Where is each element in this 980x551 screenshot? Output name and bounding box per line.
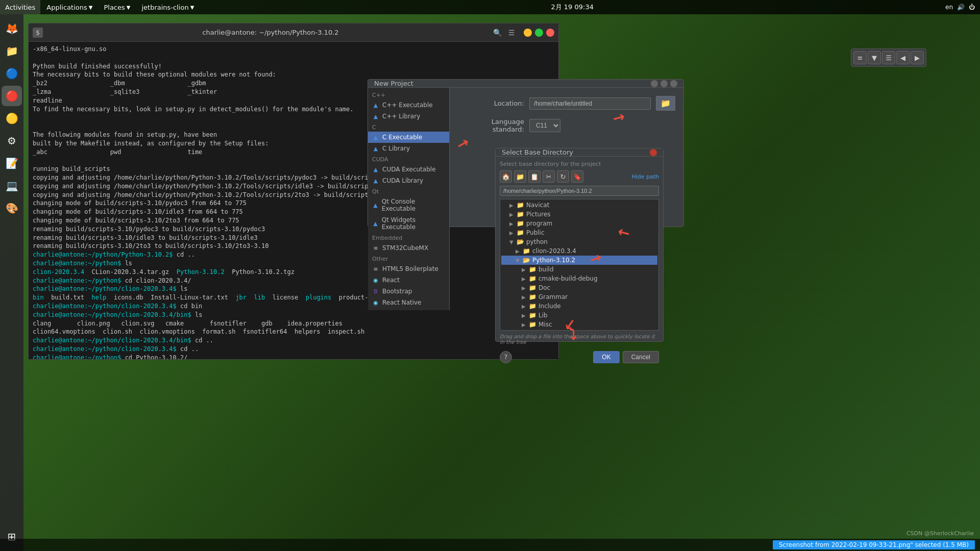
select-base-dir-toolbar: 🏠 📁 📋 ✂ ↻ 🔖 Hide path [500, 170, 659, 183]
project-type-react-native[interactable]: ◉ React Native [368, 297, 449, 308]
tree-item-misc[interactable]: ▶ 📁 Misc [501, 320, 657, 329]
applications-menu[interactable]: Applications ▼ [41, 0, 97, 14]
project-type-bootstrap[interactable]: B Bootstrap [368, 286, 449, 297]
desktop: Activities Applications ▼ Places ▼ jetbr… [0, 0, 980, 551]
terminal-search-btn[interactable]: 🔍 [493, 29, 501, 37]
power-icon[interactable]: ⏻ [969, 4, 975, 11]
tree-item-pictures[interactable]: ▶ 📁 Pictures [501, 210, 657, 219]
bootstrap-icon: B [372, 288, 379, 295]
activities-button[interactable]: Activities [0, 0, 40, 14]
new-project-minimize[interactable] [651, 80, 658, 87]
project-type-stm32[interactable]: ≡ STM32CubeMX [368, 242, 449, 254]
tree-item-cmake-debug[interactable]: ▶ 📁 cmake-build-debug [501, 274, 657, 283]
toolbar-next-btn[interactable]: ▶ [911, 51, 924, 64]
expand-icon: ▶ [522, 294, 527, 300]
location-browse-btn[interactable]: 📁 [656, 96, 675, 111]
tree-item-python310[interactable]: ▼ 📂 Python-3.10.2 [501, 256, 657, 265]
terminal-close[interactable] [546, 29, 554, 37]
toolbar-prev-btn[interactable]: ◀ [896, 51, 910, 64]
folder-icon: 📁 [529, 284, 536, 291]
project-type-cpp-executable[interactable]: ▲ C++ Executable [368, 99, 449, 111]
folder-icon: 📁 [529, 293, 536, 300]
toolbar-cut-btn[interactable]: ✂ [543, 170, 555, 183]
ok-button[interactable]: OK [593, 351, 619, 363]
location-row: Location: 📁 [458, 96, 675, 111]
sidebar-app6[interactable]: 🎨 [2, 198, 22, 218]
select-base-dir-close[interactable] [650, 149, 657, 156]
sidebar-app2[interactable]: 🔴 [2, 86, 22, 106]
places-menu[interactable]: Places ▼ [99, 0, 135, 14]
project-type-qt-widgets[interactable]: ▲ Qt Widgets Executable [368, 214, 449, 233]
sidebar-app4[interactable]: ⚙ [2, 131, 22, 151]
sidebar-app3[interactable]: 🟡 [2, 108, 22, 129]
toolbar-menu-btn[interactable]: ☰ [882, 51, 895, 64]
panel-date: 2月 19 09:34 [199, 3, 945, 12]
c-library-label: C Library [382, 145, 410, 152]
sidebar-firefox[interactable]: 🦊 [2, 18, 22, 39]
tree-item-python[interactable]: ▼ 📂 python [501, 237, 657, 246]
project-type-html5[interactable]: ≡ HTML5 Boilerplate [368, 263, 449, 274]
toolbar-list-btn[interactable]: ≡ [853, 51, 867, 64]
folder-icon: 📂 [517, 238, 524, 245]
terminal-menu-btn[interactable]: ☰ [508, 29, 517, 37]
toolbar-down-btn[interactable]: ▼ [868, 51, 881, 64]
group-other: Other [368, 254, 449, 263]
new-project-maximize[interactable] [660, 80, 668, 87]
cpp-executable-icon: ▲ [372, 102, 379, 109]
toolbar-copy-btn[interactable]: 📋 [528, 170, 541, 183]
tree-item-include[interactable]: ▶ 📁 Include [501, 302, 657, 311]
toolbar-bookmark-btn[interactable]: 🔖 [571, 170, 583, 183]
jetbrains-menu[interactable]: jetbrains-clion ▼ [136, 0, 199, 14]
tree-item-label: build [538, 266, 554, 273]
location-input[interactable] [529, 97, 651, 110]
sidebar-app5[interactable]: 📝 [2, 153, 22, 173]
tree-item-program[interactable]: ▶ 📁 program [501, 219, 657, 228]
folder-icon: 📁 [529, 266, 536, 273]
base-dir-path-input[interactable] [500, 186, 659, 196]
qt-console-label: Qt Console Executable [382, 198, 445, 212]
cancel-button[interactable]: Cancel [623, 351, 659, 363]
tree-item-doc[interactable]: ▶ 📁 Doc [501, 283, 657, 292]
cuda-executable-icon: ▲ [372, 166, 379, 173]
select-base-dir-subtitle: Select base directory for the project [500, 161, 659, 167]
project-type-cpp-library[interactable]: ▲ C++ Library [368, 111, 449, 122]
sidebar-terminal[interactable]: 💻 [2, 176, 22, 196]
tree-item-public[interactable]: ▶ 📁 Public [501, 228, 657, 237]
tree-item-grammar[interactable]: ▶ 📁 Grammar [501, 292, 657, 302]
sidebar-files[interactable]: 📁 [2, 41, 22, 61]
expand-icon: ▶ [522, 304, 527, 309]
toolbar-home-btn[interactable]: 🏠 [500, 170, 512, 183]
help-button[interactable]: ? [500, 351, 512, 363]
expand-icon: ▶ [522, 276, 527, 282]
project-type-c-executable[interactable]: ▲ C Executable [368, 132, 449, 143]
project-type-qt-console[interactable]: ▲ Qt Console Executable [368, 196, 449, 214]
tree-item-clion[interactable]: ▶ 📁 clion-2020.3.4 [501, 246, 657, 256]
react-label: React [382, 277, 400, 284]
expand-icon: ▶ [509, 221, 514, 227]
base-dir-buttons: ? OK Cancel [500, 348, 659, 363]
project-type-cuda-library[interactable]: ▲ CUDA Library [368, 175, 449, 186]
folder-icon: 📁 [523, 247, 530, 255]
location-label: Location: [458, 99, 524, 107]
terminal-minimize[interactable] [524, 29, 532, 37]
toolbar-refresh-btn[interactable]: ↻ [557, 170, 569, 183]
react-native-icon: ◉ [372, 299, 379, 306]
tree-item-label: Lib [538, 312, 548, 319]
project-type-react[interactable]: ◉ React [368, 274, 449, 286]
expand-icon: ▶ [516, 248, 521, 254]
terminal-maximize[interactable] [535, 29, 543, 37]
project-type-cuda-executable[interactable]: ▲ CUDA Executable [368, 164, 449, 175]
new-project-close[interactable] [670, 80, 677, 87]
tree-item-label: Grammar [538, 293, 568, 300]
volume-icon[interactable]: 🔊 [957, 4, 965, 11]
jetbrains-arrow: ▼ [190, 5, 194, 10]
project-type-c-library[interactable]: ▲ C Library [368, 143, 449, 154]
language-select[interactable]: C11 C99 C17 [529, 119, 560, 132]
toolbar-new-folder-btn[interactable]: 📁 [514, 170, 526, 183]
sidebar-app1[interactable]: 🔵 [2, 63, 22, 84]
tree-item-build[interactable]: ▶ 📁 build [501, 265, 657, 274]
tree-item-lib[interactable]: ▶ 📁 Lib [501, 311, 657, 320]
tree-item-navicat[interactable]: ▶ 📁 Navicat [501, 201, 657, 210]
group-cuda: CUDA [368, 154, 449, 164]
hide-path-btn[interactable]: Hide path [631, 173, 659, 180]
